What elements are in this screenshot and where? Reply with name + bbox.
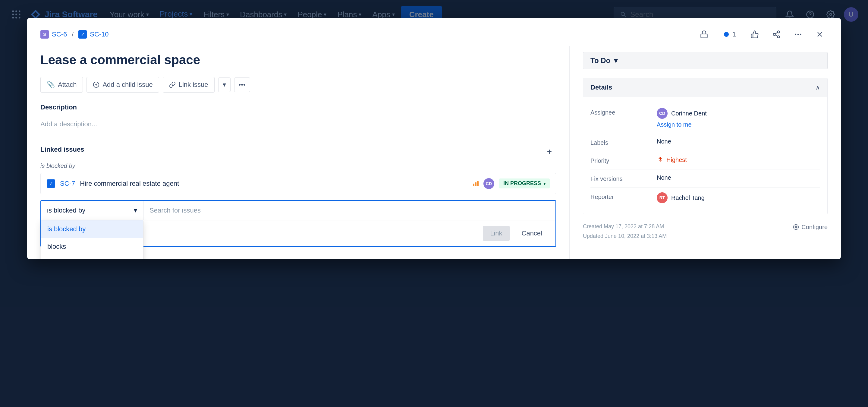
fix-versions-value[interactable]: None — [657, 174, 820, 181]
svg-point-17 — [773, 33, 775, 36]
toolbar-dropdown-button[interactable]: ▾ — [218, 77, 230, 92]
priority-value[interactable]: Highest — [657, 156, 820, 163]
modal-header: S SC-6 / ✓ SC-10 — [27, 18, 841, 46]
assignee-info: CD Corinne Dent Assign to me — [657, 108, 707, 128]
status-button[interactable]: To Do ▾ — [583, 52, 828, 69]
priority-label: Priority — [590, 156, 651, 164]
labels-label: Labels — [590, 138, 651, 146]
modal-action-buttons: 1 — [696, 27, 828, 42]
svg-point-21 — [795, 34, 797, 35]
linked-issue-type-icon: ✓ — [47, 179, 55, 188]
assignee-label: Assignee — [590, 108, 651, 116]
fix-versions-row: Fix versions None — [590, 169, 820, 188]
link-icon — [169, 82, 176, 88]
priority-highest-icon — [657, 156, 664, 163]
watch-icon — [723, 31, 730, 38]
linked-issue-meta: CD IN PROGRESS ▾ — [473, 178, 550, 189]
priority-row: Priority Highest — [590, 151, 820, 169]
svg-point-29 — [795, 226, 797, 228]
linked-issue-key[interactable]: SC-7 — [60, 180, 75, 188]
linked-issue-assignee-avatar: CD — [484, 178, 494, 189]
breadcrumb-parent[interactable]: S SC-6 — [40, 30, 67, 39]
description-input[interactable]: Add a description... — [40, 116, 556, 133]
link-type-menu: is blocked by blocks is cloned by — [41, 220, 144, 259]
link-type-select-button[interactable]: is blocked by ▾ — [41, 201, 144, 220]
reporter-value: RT Rachel Tang — [657, 192, 820, 203]
labels-value[interactable]: None — [657, 138, 820, 145]
more-options-button[interactable] — [790, 27, 806, 42]
link-type-option-cloned-by[interactable]: is cloned by — [41, 255, 143, 259]
watch-button[interactable]: 1 — [718, 28, 741, 41]
add-linked-issue-button[interactable]: + — [543, 145, 556, 158]
issue-meta-footer: Created May 17, 2022 at 7:28 AM Updated … — [583, 222, 828, 241]
link-type-option-blocked-by[interactable]: is blocked by — [41, 220, 143, 238]
paperclip-icon: 📎 — [47, 81, 55, 89]
svg-line-19 — [775, 35, 778, 36]
status-chevron-icon: ▾ — [614, 56, 618, 65]
add-child-issue-button[interactable]: Add a child issue — [87, 77, 159, 93]
link-cancel-button[interactable]: Cancel — [515, 226, 550, 241]
share-button[interactable] — [769, 27, 784, 42]
breadcrumb: S SC-6 / ✓ SC-10 — [40, 30, 109, 39]
priority-medium-icon — [473, 181, 478, 186]
svg-point-23 — [800, 34, 801, 35]
collapse-icon: ∧ — [815, 84, 820, 91]
issue-toolbar: 📎 Attach Add a child issue — [40, 77, 556, 93]
labels-row: Labels None — [590, 133, 820, 151]
svg-point-15 — [724, 32, 729, 37]
link-submit-button[interactable]: Link — [483, 226, 509, 241]
svg-point-22 — [798, 34, 799, 35]
configure-gear-icon — [793, 224, 799, 230]
svg-rect-14 — [701, 34, 707, 38]
reporter-avatar: RT — [657, 192, 668, 203]
dropdown-chevron-icon: ▾ — [134, 207, 137, 214]
updated-date: Updated June 10, 2022 at 3:13 AM — [583, 231, 667, 241]
assign-to-me-link[interactable]: Assign to me — [657, 121, 707, 128]
details-section-header[interactable]: Details ∧ — [583, 78, 827, 97]
link-form: is blocked by ▾ is blocked by bloc — [40, 200, 556, 247]
story-type-icon: S — [40, 30, 49, 39]
linked-issue-title: Hire commercial real estate agent — [80, 180, 468, 188]
link-search-input[interactable] — [144, 201, 555, 220]
close-button[interactable] — [812, 27, 828, 42]
more-icon — [794, 30, 802, 39]
breadcrumb-child[interactable]: ✓ SC-10 — [79, 30, 108, 39]
breadcrumb-separator: / — [72, 30, 73, 38]
issue-modal: S SC-6 / ✓ SC-10 — [27, 18, 841, 259]
reporter-row: Reporter RT Rachel Tang — [590, 188, 820, 208]
configure-link[interactable]: Configure — [793, 222, 828, 232]
linked-issues-label: Linked issues — [40, 146, 84, 153]
svg-point-18 — [778, 36, 780, 38]
details-header-title: Details — [590, 84, 612, 91]
thumbsup-button[interactable] — [747, 27, 763, 42]
svg-point-16 — [778, 31, 780, 33]
description-section: Description Add a description... — [40, 103, 556, 133]
child-issue-icon — [93, 82, 99, 88]
lock-icon — [700, 30, 708, 39]
close-icon — [815, 30, 824, 39]
is-blocked-by-label: is blocked by — [40, 162, 556, 169]
lock-button[interactable] — [696, 27, 712, 42]
link-form-inputs: is blocked by ▾ is blocked by bloc — [41, 201, 555, 220]
modal-body: Lease a commercial space 📎 Attach Add a — [27, 46, 841, 259]
linked-issues-section: Linked issues + is blocked by ✓ SC-7 Hir… — [40, 145, 556, 247]
reporter-label: Reporter — [590, 192, 651, 200]
svg-line-20 — [775, 33, 778, 34]
attach-button[interactable]: 📎 Attach — [40, 77, 83, 93]
description-label: Description — [40, 103, 556, 111]
assignee-name-row: CD Corinne Dent — [657, 108, 707, 119]
modal-overlay: S SC-6 / ✓ SC-10 — [0, 0, 868, 407]
details-section: Details ∧ Assignee CD Corinne Dent — [583, 78, 828, 214]
status-chevron-icon: ▾ — [544, 181, 546, 186]
link-type-option-blocks[interactable]: blocks — [41, 238, 143, 255]
details-body: Assignee CD Corinne Dent Assign to me — [583, 97, 827, 214]
issue-title: Lease a commercial space — [40, 52, 556, 68]
linked-issues-header: Linked issues + — [40, 145, 556, 158]
toolbar-more-button[interactable]: ••• — [234, 77, 250, 92]
assignee-avatar: CD — [657, 108, 668, 119]
linked-issue-status-badge[interactable]: IN PROGRESS ▾ — [499, 179, 550, 188]
assignee-value: CD Corinne Dent Assign to me — [657, 108, 820, 128]
share-icon — [772, 30, 781, 39]
linked-issue-row: ✓ SC-7 Hire commercial real estate agent… — [40, 173, 556, 194]
link-issue-button[interactable]: Link issue — [163, 77, 215, 93]
